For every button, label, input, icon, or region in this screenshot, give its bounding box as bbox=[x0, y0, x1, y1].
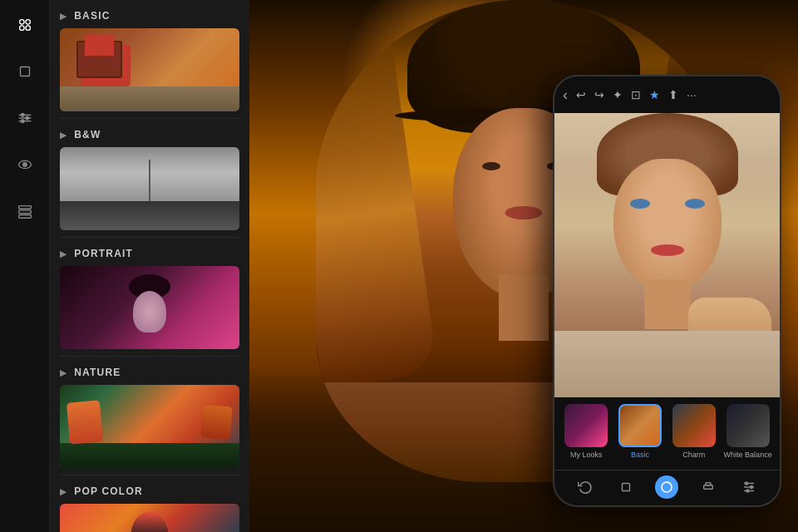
phone-presets-row: My Looks Basic Charm White Balance bbox=[554, 397, 780, 470]
svg-rect-13 bbox=[18, 206, 31, 209]
phone-magic-icon[interactable]: ✦ bbox=[613, 88, 623, 101]
phone-bottom-icons-row bbox=[554, 470, 780, 505]
phone-device: ‹ ↩ ↪ ✦ ⊡ ★ ⬆ ··· bbox=[553, 75, 781, 507]
phone-redo-icon[interactable]: ↪ bbox=[594, 88, 604, 101]
phone-rotate-icon[interactable] bbox=[574, 475, 597, 499]
eye-icon[interactable] bbox=[10, 150, 40, 180]
chevron-portrait: ▶ bbox=[60, 249, 67, 259]
svg-point-8 bbox=[21, 114, 24, 117]
svg-point-3 bbox=[25, 26, 29, 30]
phone-preset-label-my-looks: My Looks bbox=[570, 451, 603, 459]
chevron-bw: ▶ bbox=[60, 131, 67, 140]
category-basic-label: BASIC bbox=[74, 10, 110, 22]
phone-more-icon[interactable]: ··· bbox=[687, 88, 697, 101]
phone-preset-basic[interactable]: Basic bbox=[613, 404, 667, 466]
svg-rect-4 bbox=[20, 67, 29, 76]
main-photo-area: ‹ ↩ ↪ ✦ ⊡ ★ ⬆ ··· bbox=[249, 0, 798, 532]
phone-neck bbox=[644, 279, 690, 329]
phone-filter-icon[interactable] bbox=[655, 475, 678, 499]
phone-preset-thumb-charm bbox=[672, 404, 716, 447]
category-nature-header[interactable]: ▶ NATURE bbox=[60, 357, 239, 385]
svg-rect-16 bbox=[623, 484, 630, 491]
phone-preset-label-charm: Charm bbox=[682, 451, 705, 459]
modules-icon[interactable] bbox=[10, 10, 40, 40]
category-bw-header[interactable]: ▶ B&W bbox=[60, 119, 239, 147]
phone-preset-label-wb: White Balance bbox=[724, 451, 772, 459]
preset-popcolor-thumbnail[interactable] bbox=[60, 504, 239, 532]
phone-star-icon[interactable]: ★ bbox=[649, 88, 660, 101]
layers-icon[interactable] bbox=[10, 196, 40, 226]
category-popcolor-label: POP COLOR bbox=[74, 485, 143, 497]
preset-nature-thumbnail[interactable] bbox=[60, 385, 239, 468]
phone-adjust2-icon[interactable] bbox=[737, 475, 761, 499]
svg-point-1 bbox=[25, 20, 29, 24]
category-bw: ▶ B&W bbox=[50, 119, 249, 230]
svg-point-0 bbox=[19, 20, 23, 24]
phone-preset-charm[interactable]: Charm bbox=[667, 404, 722, 466]
category-nature: ▶ NATURE bbox=[50, 357, 249, 468]
svg-rect-19 bbox=[706, 483, 711, 485]
phone-undo-icon[interactable]: ↩ bbox=[576, 88, 586, 101]
left-sidebar bbox=[0, 0, 50, 532]
phone-topbar: ‹ ↩ ↪ ✦ ⊡ ★ ⬆ ··· bbox=[554, 76, 780, 113]
phone-eyes bbox=[630, 199, 705, 209]
phone-preset-white-balance[interactable]: White Balance bbox=[721, 404, 775, 466]
category-basic: ▶ BASIC bbox=[50, 0, 249, 111]
phone-preset-thumb-wb bbox=[727, 404, 770, 447]
category-portrait: ▶ PORTRAIT bbox=[50, 238, 249, 349]
phone-bottombar: My Looks Basic Charm White Balance bbox=[554, 397, 780, 505]
svg-point-23 bbox=[746, 482, 748, 485]
category-basic-header[interactable]: ▶ BASIC bbox=[60, 0, 239, 28]
phone-photo-display bbox=[554, 113, 780, 397]
category-bw-label: B&W bbox=[74, 129, 101, 140]
phone-preset-my-looks[interactable]: My Looks bbox=[559, 404, 613, 466]
svg-rect-15 bbox=[18, 215, 31, 219]
crop-icon[interactable] bbox=[10, 57, 40, 86]
phone-preset-thumb-basic bbox=[618, 404, 662, 447]
phone-face bbox=[613, 159, 722, 292]
preset-basic-thumbnail[interactable] bbox=[60, 28, 239, 111]
preset-portrait-thumbnail[interactable] bbox=[60, 266, 239, 349]
category-portrait-header[interactable]: ▶ PORTRAIT bbox=[60, 238, 239, 266]
phone-lips bbox=[651, 244, 684, 256]
phone-clothing bbox=[554, 331, 780, 397]
chevron-basic: ▶ bbox=[60, 12, 67, 21]
svg-point-2 bbox=[19, 26, 23, 30]
phone-back-icon[interactable]: ‹ bbox=[563, 86, 568, 104]
phone-preset-label-basic: Basic bbox=[631, 451, 649, 459]
svg-point-24 bbox=[751, 486, 753, 489]
svg-rect-14 bbox=[18, 210, 31, 214]
adjust-icon[interactable] bbox=[10, 103, 40, 133]
chevron-nature: ▶ bbox=[60, 368, 67, 377]
category-portrait-label: PORTRAIT bbox=[74, 248, 133, 259]
phone-preset-thumb-my-looks bbox=[564, 404, 608, 447]
svg-point-9 bbox=[25, 116, 28, 120]
category-popcolor: ▶ POP COLOR bbox=[50, 475, 249, 532]
svg-point-12 bbox=[22, 163, 27, 167]
preset-bw-thumbnail[interactable] bbox=[60, 147, 239, 230]
phone-layers2-icon[interactable] bbox=[697, 475, 720, 499]
svg-point-25 bbox=[746, 490, 749, 492]
phone-crop-icon[interactable] bbox=[614, 475, 638, 499]
chevron-popcolor: ▶ bbox=[60, 487, 67, 496]
category-nature-label: NATURE bbox=[74, 367, 121, 378]
neck bbox=[499, 274, 549, 341]
phone-compare-icon[interactable]: ⊡ bbox=[631, 88, 641, 101]
svg-point-10 bbox=[21, 120, 24, 123]
phone-share-icon[interactable]: ⬆ bbox=[668, 88, 678, 101]
preset-panel: ▶ BASIC ▶ B&W ▶ PORTRAIT bbox=[50, 0, 249, 532]
category-popcolor-header[interactable]: ▶ POP COLOR bbox=[60, 475, 239, 504]
lips bbox=[505, 206, 543, 219]
